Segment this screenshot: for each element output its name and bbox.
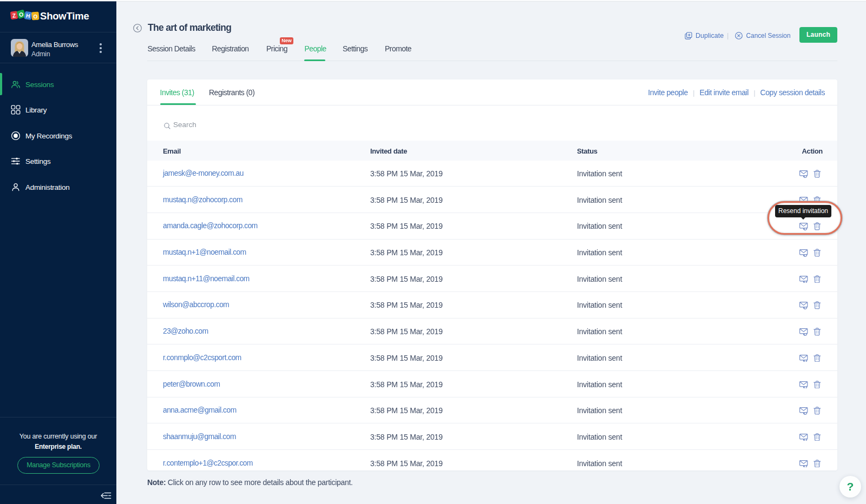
svg-text:O: O — [33, 14, 38, 20]
